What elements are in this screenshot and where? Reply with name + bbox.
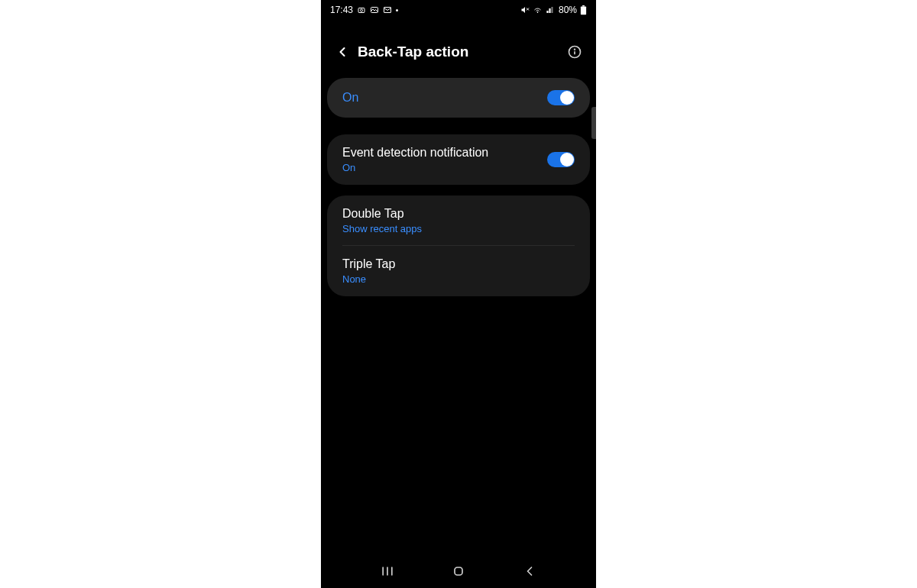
toggle-thumb-icon	[560, 153, 574, 166]
double-tap-sub: Show recent apps	[342, 223, 575, 235]
toggle-thumb-icon	[560, 91, 574, 105]
back-nav-button[interactable]	[520, 562, 539, 580]
home-button[interactable]	[449, 562, 468, 580]
status-left: 17:43	[330, 5, 398, 15]
info-button[interactable]	[565, 43, 584, 61]
svg-rect-8	[582, 5, 585, 6]
back-button[interactable]	[333, 43, 352, 61]
svg-point-11	[575, 49, 575, 50]
recents-button[interactable]	[378, 562, 397, 580]
camera-icon	[357, 5, 366, 15]
svg-point-1	[361, 9, 363, 11]
page-title: Back-Tap action	[358, 44, 565, 60]
event-detection-title: Event detection notification	[342, 145, 538, 160]
mute-icon	[520, 5, 530, 15]
master-toggle-card: On	[327, 78, 590, 118]
event-detection-sub: On	[342, 162, 538, 174]
svg-rect-0	[358, 8, 365, 13]
master-toggle-label: On	[342, 90, 538, 105]
status-bar: 17:43 80%	[321, 0, 596, 20]
status-time: 17:43	[330, 5, 353, 15]
phone-frame: 17:43 80%	[321, 0, 596, 588]
scroll-handle[interactable]	[591, 107, 596, 139]
svg-point-6	[537, 12, 538, 13]
master-toggle-row[interactable]: On	[327, 78, 590, 118]
battery-percent: 80%	[559, 5, 577, 15]
svg-rect-15	[455, 567, 462, 575]
more-notifications-icon	[396, 9, 398, 11]
wifi-icon	[533, 5, 543, 15]
double-tap-title: Double Tap	[342, 206, 575, 221]
gmail-icon	[383, 5, 392, 15]
double-tap-row[interactable]: Double Tap Show recent apps	[327, 195, 590, 246]
triple-tap-row[interactable]: Triple Tap None	[327, 246, 590, 296]
tap-actions-card: Double Tap Show recent apps Triple Tap N…	[327, 195, 590, 296]
triple-tap-sub: None	[342, 273, 575, 286]
event-detection-switch[interactable]	[547, 152, 575, 167]
signal-icon	[546, 5, 556, 15]
triple-tap-title: Triple Tap	[342, 257, 575, 272]
event-detection-row[interactable]: Event detection notification On	[327, 134, 590, 185]
battery-icon	[580, 5, 587, 15]
master-toggle-switch[interactable]	[547, 90, 575, 105]
status-right: 80%	[520, 5, 587, 15]
gallery-icon	[370, 5, 379, 15]
event-detection-card: Event detection notification On	[327, 134, 590, 185]
page-header: Back-Tap action	[321, 31, 596, 73]
system-nav-bar	[321, 554, 596, 588]
svg-rect-7	[581, 6, 586, 15]
